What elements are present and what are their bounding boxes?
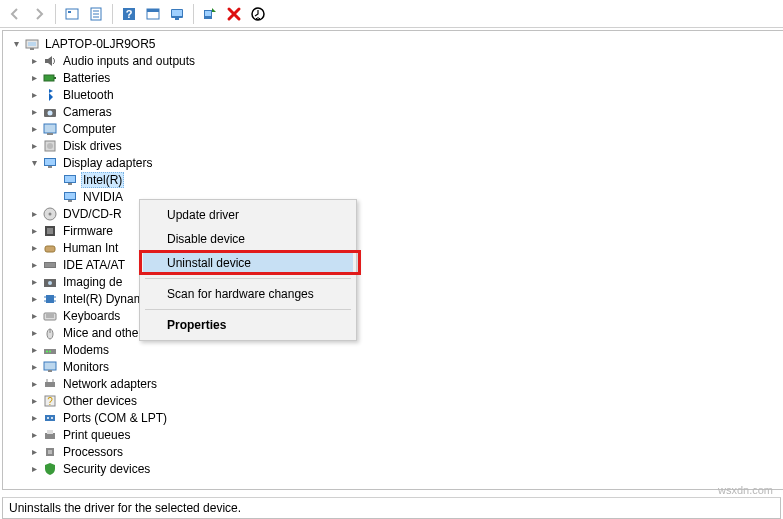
tree-device[interactable]: Intel(R): [7, 171, 783, 188]
svg-rect-46: [46, 295, 54, 303]
tree-category[interactable]: ▸Mice and other pointing devices: [7, 324, 783, 341]
svg-rect-32: [68, 183, 72, 185]
tree-category[interactable]: ▸Human Int: [7, 239, 783, 256]
svg-rect-61: [45, 382, 55, 387]
tree-category[interactable]: ▸Security devices: [7, 460, 783, 477]
tree-category[interactable]: ▸Disk drives: [7, 137, 783, 154]
expand-icon[interactable]: ▸: [27, 394, 41, 408]
expand-icon[interactable]: ▸: [27, 445, 41, 459]
ctx-disable-device[interactable]: Disable device: [143, 227, 353, 251]
expand-icon[interactable]: ▸: [27, 309, 41, 323]
properties-button[interactable]: [85, 3, 107, 25]
expand-icon[interactable]: ▸: [27, 122, 41, 136]
ctx-scan-hardware[interactable]: Scan for hardware changes: [143, 282, 353, 306]
expand-icon[interactable]: ▸: [27, 360, 41, 374]
ctx-properties[interactable]: Properties: [143, 313, 353, 337]
tree-category[interactable]: ▸Cameras: [7, 103, 783, 120]
expand-icon[interactable]: ▸: [27, 88, 41, 102]
tree-category[interactable]: ▸Audio inputs and outputs: [7, 52, 783, 69]
tree-category[interactable]: ▸DVD/CD-R: [7, 205, 783, 222]
tree-category[interactable]: ▸Bluetooth: [7, 86, 783, 103]
expand-icon[interactable]: ▸: [27, 292, 41, 306]
tree-category[interactable]: ▸Intel(R) Dynamic Platform and Thermal F…: [7, 290, 783, 307]
toolbar-separator: [193, 4, 194, 24]
expand-icon[interactable]: ▸: [27, 275, 41, 289]
help-button[interactable]: ?: [118, 3, 140, 25]
battery-icon: [42, 70, 58, 86]
category-label: Cameras: [61, 105, 114, 119]
back-button[interactable]: [4, 3, 26, 25]
expand-icon[interactable]: ▸: [27, 207, 41, 221]
category-label: Bluetooth: [61, 88, 116, 102]
display-icon: [42, 155, 58, 171]
svg-point-67: [47, 417, 49, 419]
svg-rect-23: [44, 124, 56, 133]
expand-icon[interactable]: ▸: [27, 411, 41, 425]
ctx-uninstall-device[interactable]: Uninstall device: [143, 251, 353, 275]
tree-category[interactable]: ▸Batteries: [7, 69, 783, 86]
tree-root[interactable]: ▾LAPTOP-0LJR9OR5: [7, 35, 783, 52]
bluetooth-icon: [42, 87, 58, 103]
expand-icon[interactable]: ▸: [27, 326, 41, 340]
svg-rect-66: [45, 415, 55, 421]
view-button[interactable]: [166, 3, 188, 25]
tree-category[interactable]: ▸Firmware: [7, 222, 783, 239]
tree-panel: ▾LAPTOP-0LJR9OR5▸Audio inputs and output…: [2, 30, 783, 490]
tree-category[interactable]: ▸Keyboards: [7, 307, 783, 324]
uninstall-button[interactable]: [223, 3, 245, 25]
category-label: Network adapters: [61, 377, 159, 391]
show-hidden-button[interactable]: [61, 3, 83, 25]
tree-category[interactable]: ▸Ports (COM & LPT): [7, 409, 783, 426]
tree-category[interactable]: ▸Processors: [7, 443, 783, 460]
imaging-icon: [42, 274, 58, 290]
menu-separator: [145, 309, 351, 310]
expand-icon[interactable]: ▾: [27, 156, 41, 170]
expand-icon[interactable]: ▸: [27, 241, 41, 255]
tree-category[interactable]: ▸?Other devices: [7, 392, 783, 409]
svg-rect-34: [65, 193, 75, 199]
expand-icon[interactable]: ▸: [27, 258, 41, 272]
monitor-icon: [42, 359, 58, 375]
expand-icon[interactable]: ▸: [27, 139, 41, 153]
expand-icon[interactable]: ▸: [27, 462, 41, 476]
port-icon: [42, 410, 58, 426]
svg-rect-41: [44, 262, 56, 268]
expand-icon[interactable]: ▸: [27, 54, 41, 68]
toolbar-separator: [55, 4, 56, 24]
device-tree[interactable]: ▾LAPTOP-0LJR9OR5▸Audio inputs and output…: [3, 31, 783, 489]
modem-icon: [42, 342, 58, 358]
svg-rect-39: [47, 228, 53, 234]
mouse-icon: [42, 325, 58, 341]
collapse-icon[interactable]: ▾: [9, 37, 23, 51]
device-label: Intel(R): [81, 172, 124, 188]
security-icon: [42, 461, 58, 477]
tree-category[interactable]: ▸Modems: [7, 341, 783, 358]
expand-icon[interactable]: ▸: [27, 428, 41, 442]
tree-category[interactable]: ▸Computer: [7, 120, 783, 137]
tree-category[interactable]: ▸Network adapters: [7, 375, 783, 392]
svg-rect-24: [47, 133, 53, 135]
expand-icon[interactable]: ▸: [27, 71, 41, 85]
expand-icon[interactable]: ▸: [27, 377, 41, 391]
expand-icon[interactable]: ▸: [27, 343, 41, 357]
svg-rect-1: [68, 11, 71, 13]
tree-category[interactable]: ▸IDE ATA/AT: [7, 256, 783, 273]
firmware-icon: [42, 223, 58, 239]
status-text: Uninstalls the driver for the selected d…: [9, 501, 241, 515]
ctx-update-driver[interactable]: Update driver: [143, 203, 353, 227]
svg-point-26: [47, 143, 53, 149]
action-button[interactable]: [142, 3, 164, 25]
tree-category[interactable]: ▾Display adapters: [7, 154, 783, 171]
forward-button[interactable]: [28, 3, 50, 25]
scan-hardware-button[interactable]: [199, 3, 221, 25]
tree-category[interactable]: ▸Monitors: [7, 358, 783, 375]
tree-category[interactable]: ▸Imaging de: [7, 273, 783, 290]
tree-category[interactable]: ▸Print queues: [7, 426, 783, 443]
svg-rect-70: [47, 430, 53, 434]
display-icon: [62, 189, 78, 205]
update-driver-button[interactable]: [247, 3, 269, 25]
tree-device[interactable]: NVIDIA: [7, 188, 783, 205]
expand-icon[interactable]: ▸: [27, 224, 41, 238]
expand-icon[interactable]: ▸: [27, 105, 41, 119]
category-label: Other devices: [61, 394, 139, 408]
